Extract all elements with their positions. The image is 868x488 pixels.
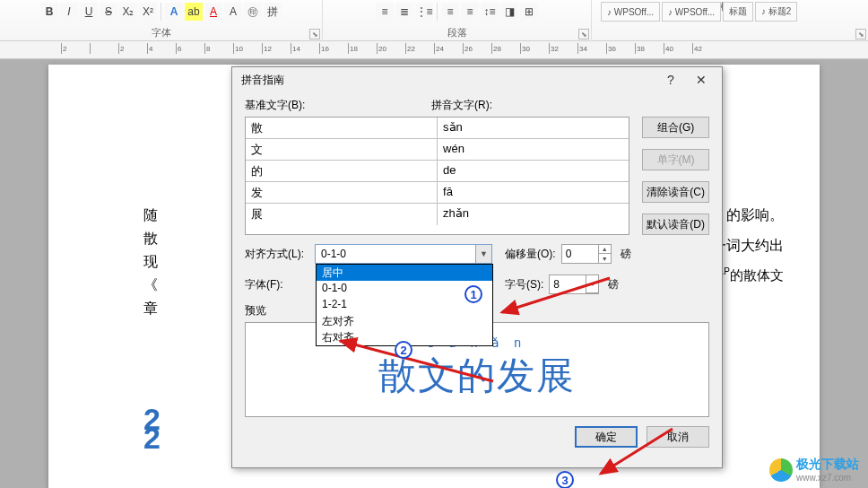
phonetic-button[interactable]: 拼 bbox=[264, 3, 282, 21]
offset-value: 0 bbox=[562, 248, 598, 260]
base-char-cell[interactable]: 文 bbox=[246, 139, 438, 160]
body-text-line: 一词大约出 bbox=[712, 230, 784, 261]
alignment-option[interactable]: 左对齐 bbox=[317, 313, 492, 329]
ribbon-group-font: B I U S X₂ X² A ab A A ㊞ 拼 字体 ⬊ bbox=[0, 0, 323, 41]
style-chip[interactable]: 标题 bbox=[723, 2, 753, 22]
annotation-marker-1: 1 bbox=[464, 285, 482, 303]
ruby-text-cell[interactable]: wén bbox=[438, 139, 629, 160]
dropdown-arrow-icon[interactable]: ▼ bbox=[586, 275, 598, 293]
char-row[interactable]: 的de bbox=[246, 161, 629, 182]
alignment-label: 对齐方式(L): bbox=[245, 247, 309, 262]
bold-button[interactable]: B bbox=[40, 3, 58, 21]
text-effects-button[interactable]: A bbox=[165, 3, 183, 21]
default-reading-button[interactable]: 默认读音(D) bbox=[642, 214, 709, 235]
align-left-button[interactable]: ≡ bbox=[441, 3, 459, 21]
char-row[interactable]: 散sǎn bbox=[246, 118, 629, 139]
ruler[interactable]: 224681012141618202224262830323436384042 bbox=[0, 41, 868, 59]
ribbon-group-paragraph: ≡ ≣ ⋮≡ ≡ ≡ ↕≡ ◨ ⊞ 段落 ⬊ bbox=[323, 0, 592, 41]
single-char-button: 单字(M) bbox=[642, 149, 709, 170]
style-chip[interactable]: ♪ WPSOff... bbox=[662, 2, 721, 22]
font-group-label: 字体 bbox=[152, 26, 171, 41]
annotation-marker-2: 2 bbox=[395, 341, 412, 359]
base-char-cell[interactable]: 的 bbox=[246, 161, 438, 181]
char-row[interactable]: 发fā bbox=[246, 182, 629, 204]
preview-characters: 散文的发展 bbox=[378, 351, 576, 401]
ribbon-group-styles: ♪ WPSOff... ♪ WPSOff... 标题 ♪ 标题2 样式 ⬊ bbox=[592, 0, 868, 41]
watermark-url: www.xz7.com bbox=[796, 473, 859, 483]
ruby-text-label: 拼音文字(R): bbox=[431, 98, 492, 113]
italic-button[interactable]: I bbox=[60, 3, 78, 21]
ruby-text-cell[interactable]: fā bbox=[438, 182, 629, 203]
numbering-button[interactable]: ≣ bbox=[395, 3, 413, 21]
font-color-button[interactable]: A bbox=[204, 3, 222, 21]
help-button[interactable]: ? bbox=[655, 70, 686, 90]
body-text-prefix: 章 bbox=[143, 292, 158, 324]
para-group-expand-icon[interactable]: ⬊ bbox=[578, 29, 589, 39]
cancel-button[interactable]: 取消 bbox=[647, 426, 709, 448]
size-label: 字号(S): bbox=[505, 277, 543, 292]
bullets-button[interactable]: ≡ bbox=[376, 3, 394, 21]
dialog-titlebar[interactable]: 拼音指南 ? ✕ bbox=[232, 67, 722, 92]
underline-button[interactable]: U bbox=[80, 3, 98, 21]
alignment-option[interactable]: 居中 bbox=[317, 265, 492, 281]
watermark-text: 极光下载站 bbox=[796, 457, 859, 473]
char-shading-button[interactable]: A bbox=[224, 3, 242, 21]
close-button[interactable]: ✕ bbox=[686, 70, 716, 90]
ribbon: B I U S X₂ X² A ab A A ㊞ 拼 字体 ⬊ ≡ ≣ ⋮≡ ≡… bbox=[0, 0, 868, 41]
borders-button[interactable]: ⊞ bbox=[520, 3, 538, 21]
annotation-marker-3: 3 bbox=[556, 471, 574, 488]
phonetic-guide-dialog: 拼音指南 ? ✕ 基准文字(B): 拼音文字(R): 散sǎn文wén的de发f… bbox=[231, 66, 723, 468]
styles-gallery[interactable]: ♪ WPSOff... ♪ WPSOff... 标题 ♪ 标题2 bbox=[599, 0, 868, 23]
char-row[interactable]: 展zhǎn bbox=[246, 204, 629, 225]
character-grid[interactable]: 散sǎn文wén的de发fā展zhǎn bbox=[245, 117, 629, 235]
base-text-label: 基准文字(B): bbox=[245, 98, 431, 113]
ruby-text-cell[interactable]: zhǎn bbox=[438, 204, 629, 225]
body-text-line: 的影响。 bbox=[726, 199, 784, 231]
offset-label: 偏移量(O): bbox=[505, 247, 556, 262]
ok-button[interactable]: 确定 bbox=[575, 426, 638, 448]
base-char-cell[interactable]: 展 bbox=[246, 204, 438, 225]
line-spacing-button[interactable]: ↕≡ bbox=[481, 3, 499, 21]
highlight-button[interactable]: ab bbox=[185, 3, 203, 21]
heading-number: 2 bbox=[143, 405, 161, 472]
style-chip[interactable]: ♪ WPSOff... bbox=[601, 2, 660, 22]
alignment-select[interactable]: 0-1-0 ▼ 居中0-1-01-2-1左对齐右对齐 bbox=[315, 244, 492, 264]
watermark: 极光下载站 www.xz7.com bbox=[769, 457, 859, 483]
align-center-button[interactable]: ≡ bbox=[461, 3, 479, 21]
alignment-value: 0-1-0 bbox=[321, 248, 346, 260]
base-char-cell[interactable]: 发 bbox=[246, 182, 438, 203]
body-text-line: LP的散体文 bbox=[719, 260, 784, 290]
spin-up-icon[interactable]: ▲ bbox=[598, 245, 611, 254]
size-value: 8 bbox=[550, 278, 586, 291]
offset-spinner[interactable]: 0 ▲▼ bbox=[561, 244, 612, 264]
dropdown-arrow-icon[interactable]: ▼ bbox=[475, 245, 491, 263]
strike-button[interactable]: S bbox=[100, 3, 117, 21]
size-select[interactable]: 8 ▼ bbox=[549, 274, 599, 294]
unit-label: 磅 bbox=[608, 277, 619, 292]
style-chip[interactable]: ♪ 标题2 bbox=[755, 2, 797, 22]
clear-reading-button[interactable]: 清除读音(C) bbox=[642, 181, 709, 203]
spin-down-icon[interactable]: ▼ bbox=[598, 254, 611, 263]
subscript-button[interactable]: X₂ bbox=[119, 3, 137, 21]
para-group-label: 段落 bbox=[447, 26, 467, 41]
alignment-dropdown-list[interactable]: 居中0-1-01-2-1左对齐右对齐 bbox=[316, 264, 493, 346]
char-row[interactable]: 文wén bbox=[246, 139, 629, 161]
ruby-text-cell[interactable]: de bbox=[438, 161, 629, 181]
font-label: 字体(F): bbox=[245, 277, 309, 292]
dialog-title-text: 拼音指南 bbox=[241, 73, 284, 88]
watermark-logo-icon bbox=[769, 458, 793, 482]
separator bbox=[161, 3, 161, 21]
unit-label: 磅 bbox=[621, 247, 631, 262]
shading-button[interactable]: ◨ bbox=[500, 3, 518, 21]
base-char-cell[interactable]: 散 bbox=[246, 118, 438, 138]
style-group-expand-icon[interactable]: ⬊ bbox=[855, 29, 866, 39]
superscript-button[interactable]: X² bbox=[139, 3, 157, 21]
enclose-button[interactable]: ㊞ bbox=[244, 3, 262, 21]
multilevel-button[interactable]: ⋮≡ bbox=[415, 3, 433, 21]
ruby-text-cell[interactable]: sǎn bbox=[438, 118, 629, 138]
combine-button[interactable]: 组合(G) bbox=[642, 117, 709, 138]
font-group-expand-icon[interactable]: ⬊ bbox=[309, 29, 320, 39]
separator bbox=[437, 3, 438, 21]
